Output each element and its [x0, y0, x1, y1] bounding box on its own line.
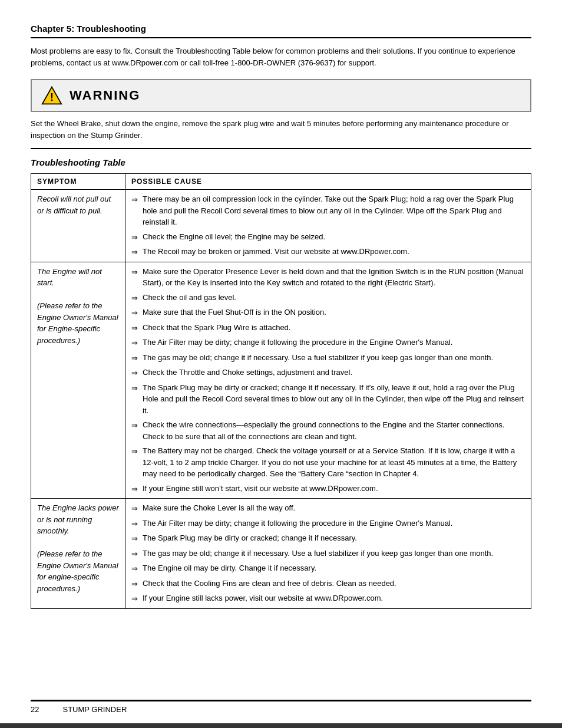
cause-item-1-4: ⇒The Air Filter may be dirty; change it …	[131, 337, 525, 349]
cause-item-1-7: ⇒The Spark Plug may be dirty or cracked;…	[131, 382, 525, 417]
col-header-cause: Possible Cause	[125, 174, 531, 190]
symptom-cell-1: The Engine will not start.(Please refer …	[31, 262, 125, 499]
cause-text: If your Engine still lacks power, visit …	[143, 592, 525, 604]
cause-text: If your Engine still won’t start, visit …	[143, 483, 525, 495]
cause-text: Check the Engine oil level; the Engine m…	[143, 231, 525, 243]
arrow-icon: ⇒	[131, 266, 138, 278]
cause-item-1-0: ⇒Make sure the Operator Presence Lever i…	[131, 266, 525, 289]
cause-text: The Engine oil may be dirty. Change it i…	[143, 562, 525, 574]
cause-text: The Spark Plug may be dirty or cracked; …	[143, 532, 525, 544]
bottom-bar	[0, 723, 562, 728]
intro-text: Most problems are easy to fix. Consult t…	[31, 45, 531, 68]
cause-item-2-1: ⇒The Air Filter may be dirty; change it …	[131, 518, 525, 530]
cause-item-1-3: ⇒Check that the Spark Plug Wire is attac…	[131, 322, 525, 334]
footer: 22 STUMP GRINDER	[31, 700, 531, 714]
arrow-icon: ⇒	[131, 593, 138, 605]
arrow-icon: ⇒	[131, 518, 138, 530]
cause-item-2-6: ⇒If your Engine still lacks power, visit…	[131, 592, 525, 605]
arrow-icon: ⇒	[131, 246, 138, 258]
cause-text: Check the wire connections—especially th…	[143, 419, 525, 442]
cause-item-1-1: ⇒Check the oil and gas level.	[131, 292, 525, 304]
arrow-icon: ⇒	[131, 322, 138, 334]
col-header-symptom: Symptom	[31, 174, 125, 190]
troubleshooting-table: Symptom Possible Cause Recoil will not p…	[31, 173, 531, 609]
cause-text: The Battery may not be charged. Check th…	[143, 445, 525, 480]
arrow-icon: ⇒	[131, 194, 138, 206]
warning-label: WARNING	[70, 88, 140, 103]
cause-item-0-0: ⇒There may be an oil compression lock in…	[131, 193, 525, 228]
cause-text: The gas may be old; change it if necessa…	[143, 352, 525, 364]
cause-item-1-5: ⇒The gas may be old; change it if necess…	[131, 352, 525, 364]
symptom-cell-2: The Engine lacks power or is not running…	[31, 499, 125, 609]
cause-item-1-6: ⇒Check the Throttle and Choke settings, …	[131, 367, 525, 379]
arrow-icon: ⇒	[131, 232, 138, 243]
cause-text: The Recoil may be broken or jammed. Visi…	[143, 246, 525, 258]
cause-text: The Air Filter may be dirty; change it f…	[143, 337, 525, 348]
cause-text: The gas may be old; change it if necessa…	[143, 548, 525, 559]
cause-item-1-2: ⇒Make sure that the Fuel Shut-Off is in …	[131, 307, 525, 319]
cause-item-2-2: ⇒The Spark Plug may be dirty or cracked;…	[131, 532, 525, 545]
cause-item-2-0: ⇒Make sure the Choke Lever is all the wa…	[131, 502, 525, 515]
arrow-icon: ⇒	[131, 446, 138, 457]
arrow-icon: ⇒	[131, 367, 138, 379]
arrow-icon: ⇒	[131, 353, 138, 364]
cause-text: Make sure the Operator Presence Lever is…	[143, 266, 525, 289]
cause-text: Make sure that the Fuel Shut-Off is in t…	[143, 307, 525, 318]
cause-item-0-2: ⇒The Recoil may be broken or jammed. Vis…	[131, 246, 525, 258]
cause-cell-0: ⇒There may be an oil compression lock in…	[125, 190, 531, 262]
cause-text: Check that the Spark Plug Wire is attach…	[143, 322, 525, 334]
arrow-icon: ⇒	[131, 483, 138, 495]
cause-item-0-1: ⇒Check the Engine oil level; the Engine …	[131, 231, 525, 243]
table-title: Troubleshooting Table	[31, 157, 531, 167]
cause-text: Check the oil and gas level.	[143, 292, 525, 304]
footer-page-number: 22	[31, 705, 39, 714]
arrow-icon: ⇒	[131, 578, 138, 590]
arrow-icon: ⇒	[131, 548, 138, 560]
arrow-icon: ⇒	[131, 307, 138, 319]
cause-cell-2: ⇒Make sure the Choke Lever is all the wa…	[125, 499, 531, 609]
cause-text: Make sure the Choke Lever is all the way…	[143, 502, 525, 514]
cause-item-2-3: ⇒The gas may be old; change it if necess…	[131, 548, 525, 560]
cause-text: The Spark Plug may be dirty or cracked; …	[143, 382, 525, 417]
arrow-icon: ⇒	[131, 292, 138, 304]
footer-document-title: STUMP GRINDER	[62, 705, 127, 714]
symptom-cell-0: Recoil will not pull out or is difficult…	[31, 190, 125, 262]
svg-text:!: !	[50, 91, 54, 103]
cause-cell-1: ⇒Make sure the Operator Presence Lever i…	[125, 262, 531, 499]
cause-item-2-5: ⇒Check that the Cooling Fins are clean a…	[131, 578, 525, 590]
arrow-icon: ⇒	[131, 503, 138, 515]
arrow-icon: ⇒	[131, 337, 138, 349]
arrow-icon: ⇒	[131, 533, 138, 545]
cause-text: Check the Throttle and Choke settings, a…	[143, 367, 525, 378]
arrow-icon: ⇒	[131, 420, 138, 431]
arrow-icon: ⇒	[131, 383, 138, 394]
arrow-icon: ⇒	[131, 563, 138, 575]
cause-item-1-8: ⇒Check the wire connections—especially t…	[131, 419, 525, 442]
cause-text: Check that the Cooling Fins are clean an…	[143, 578, 525, 589]
cause-item-1-9: ⇒The Battery may not be charged. Check t…	[131, 445, 525, 480]
cause-text: The Air Filter may be dirty; change it f…	[143, 518, 525, 529]
cause-text: There may be an oil compression lock in …	[143, 193, 525, 228]
cause-item-1-10: ⇒If your Engine still won’t start, visit…	[131, 483, 525, 495]
warning-box: ! WARNING	[31, 79, 531, 112]
warning-text: Set the Wheel Brake, shut down the engin…	[31, 118, 531, 149]
cause-item-2-4: ⇒The Engine oil may be dirty. Change it …	[131, 562, 525, 575]
warning-icon: !	[41, 85, 62, 106]
chapter-title: Chapter 5: Troubleshooting	[31, 24, 531, 38]
